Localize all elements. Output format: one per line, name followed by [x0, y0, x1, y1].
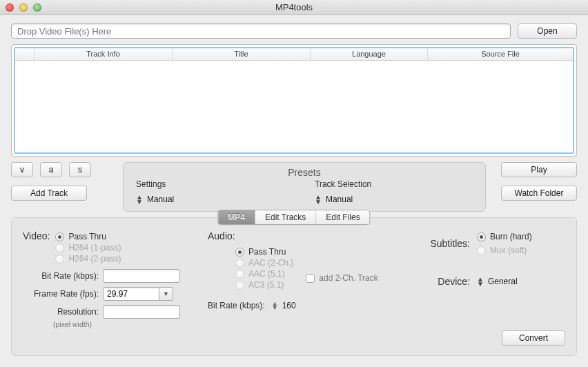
- video-bitrate-label: Bit Rate (kbps):: [23, 271, 99, 281]
- presets-title: Presets: [136, 167, 473, 178]
- audio-aac51-radio[interactable]: AAC (5.1): [235, 269, 293, 279]
- updown-icon: ▲▼: [477, 277, 484, 286]
- device-value: General: [488, 277, 518, 286]
- tab-mp4[interactable]: MP4: [218, 210, 255, 224]
- video-framerate-label: Frame Rate (fps):: [23, 289, 99, 299]
- updown-icon: ▲▼: [136, 195, 143, 204]
- settings-panel: MP4 Edit Tracks Edit Files Video: Pass T…: [11, 217, 577, 356]
- radio-icon: [477, 246, 486, 255]
- radio-icon: [477, 232, 486, 241]
- tracks-header: Track Info Title Language Source File: [15, 48, 573, 61]
- open-button[interactable]: Open: [518, 23, 577, 39]
- s-button[interactable]: s: [69, 162, 91, 177]
- video-h264-1pass-radio[interactable]: H264 (1-pass): [55, 243, 121, 252]
- subtitles-label: Subtitles:: [420, 238, 470, 249]
- col-source-file[interactable]: Source File: [428, 48, 573, 60]
- settings-label: Settings: [136, 179, 294, 189]
- radio-icon: [235, 281, 244, 290]
- audio-ac351-radio[interactable]: AC3 (5.1): [235, 280, 293, 290]
- col-title[interactable]: Title: [173, 48, 311, 60]
- v-button[interactable]: v: [11, 162, 33, 177]
- window-controls: [6, 3, 41, 12]
- tracks-empty: [15, 61, 573, 152]
- tab-edit-tracks[interactable]: Edit Tracks: [255, 210, 316, 224]
- device-popup[interactable]: ▲▼ General: [477, 277, 518, 286]
- updown-icon: ▲▼: [315, 195, 322, 204]
- video-passthru-radio[interactable]: Pass Thru: [55, 232, 121, 241]
- trackselection-popup[interactable]: ▲▼ Manual: [315, 195, 353, 204]
- a-button[interactable]: a: [40, 162, 62, 177]
- video-label: Video:: [23, 230, 50, 241]
- audio-bitrate-stepper[interactable]: ▲▼ 160: [272, 301, 296, 310]
- video-resolution-label: Resolution:: [23, 307, 99, 317]
- tracks-panel: Track Info Title Language Source File: [11, 44, 577, 157]
- radio-icon: [235, 248, 244, 257]
- audio-passthru-radio[interactable]: Pass Thru: [235, 247, 293, 257]
- settings-popup[interactable]: ▲▼ Manual: [136, 195, 174, 204]
- top-row: Open: [11, 23, 577, 39]
- subtitles-burn-radio[interactable]: Burn (hard): [477, 232, 532, 241]
- vas-buttons: v a s: [11, 162, 115, 177]
- zoom-icon[interactable]: [33, 3, 41, 12]
- updown-icon: ▲▼: [272, 301, 278, 310]
- chevron-down-icon[interactable]: ▼: [159, 287, 173, 301]
- col-track-info[interactable]: Track Info: [35, 48, 173, 60]
- trackselection-value: Manual: [326, 195, 353, 204]
- settings-value: Manual: [147, 195, 174, 204]
- tab-edit-files[interactable]: Edit Files: [316, 210, 369, 224]
- watch-folder-button[interactable]: Watch Folder: [501, 186, 577, 201]
- resolution-hint: (pixel width): [53, 320, 202, 328]
- radio-icon: [235, 270, 244, 279]
- convert-button[interactable]: Convert: [502, 330, 565, 346]
- main-tabs: MP4 Edit Tracks Edit Files: [217, 210, 370, 225]
- radio-icon: [55, 232, 64, 241]
- video-framerate-input[interactable]: [103, 287, 159, 301]
- audio-aac2-radio[interactable]: AAC (2-Ch.): [235, 258, 293, 268]
- play-button[interactable]: Play: [501, 162, 577, 177]
- col-check[interactable]: [15, 48, 35, 60]
- audio-bitrate-label: Bit Rate (kbps):: [208, 301, 265, 310]
- subtitles-mux-radio[interactable]: Mux (soft): [477, 246, 532, 255]
- radio-icon: [235, 259, 244, 268]
- add-2ch-checkbox[interactable]: add 2-Ch. Track: [306, 273, 378, 283]
- add-track-button[interactable]: Add Track: [11, 186, 87, 201]
- col-language[interactable]: Language: [311, 48, 428, 60]
- device-label: Device:: [420, 276, 470, 287]
- presets-panel: Presets Settings ▲▼ Manual Track Selecti…: [123, 162, 486, 212]
- drop-files-input[interactable]: [11, 23, 511, 39]
- titlebar: MP4tools: [0, 0, 588, 15]
- minimize-icon[interactable]: [19, 3, 28, 12]
- video-h264-2pass-radio[interactable]: H264 (2-pass): [55, 254, 121, 264]
- window-body: Open Track Info Title Language Source Fi…: [0, 15, 588, 367]
- radio-icon: [55, 255, 64, 264]
- audio-label: Audio:: [208, 230, 415, 241]
- tracks-list[interactable]: Track Info Title Language Source File: [14, 47, 574, 154]
- window-title: MP4tools: [0, 2, 588, 12]
- video-bitrate-input[interactable]: [103, 269, 180, 283]
- close-icon[interactable]: [6, 3, 14, 12]
- middle-row: v a s Add Track Presets Settings ▲▼ Manu…: [11, 162, 577, 212]
- checkbox-icon: [306, 274, 315, 283]
- video-resolution-input[interactable]: [103, 305, 180, 319]
- radio-icon: [55, 244, 64, 252]
- trackselection-label: Track Selection: [315, 179, 473, 189]
- audio-bitrate-value: 160: [282, 301, 296, 310]
